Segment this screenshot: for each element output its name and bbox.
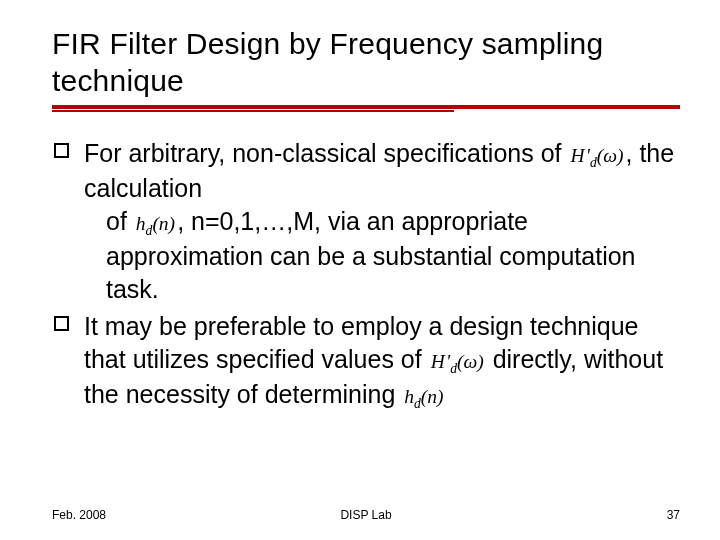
bullet-item: It may be preferable to employ a design … <box>52 310 680 413</box>
bullet-marker-icon <box>54 316 69 331</box>
bullet-text: , n=0,1,…,M, via an appropriate approxim… <box>106 207 636 303</box>
slide-body: For arbitrary, non-classical specificati… <box>52 137 680 413</box>
bullet-continuation: of hd(n), n=0,1,…,M, via an appropriate … <box>84 205 680 306</box>
title-underline <box>52 105 680 115</box>
footer-page: 37 <box>667 508 680 522</box>
math-hd-n: hd(n) <box>402 386 445 407</box>
math-Hd-omega: H 'd(ω) <box>429 351 486 372</box>
math-Hd-omega: H 'd(ω) <box>568 145 625 166</box>
underline-bar-short <box>52 110 454 112</box>
footer-label: DISP Lab <box>52 508 680 522</box>
slide-footer: Feb. 2008 DISP Lab 37 <box>52 508 680 522</box>
bullet-marker-icon <box>54 143 69 158</box>
bullet-text: of <box>106 207 134 235</box>
math-hd-n: hd(n) <box>134 213 177 234</box>
underline-bar-long <box>52 105 680 109</box>
bullet-text: For arbitrary, non-classical specificati… <box>84 139 568 167</box>
footer-date: Feb. 2008 <box>52 508 106 522</box>
slide-title: FIR Filter Design by Frequency sampling … <box>52 26 680 99</box>
slide: FIR Filter Design by Frequency sampling … <box>0 0 720 540</box>
bullet-item: For arbitrary, non-classical specificati… <box>52 137 680 306</box>
